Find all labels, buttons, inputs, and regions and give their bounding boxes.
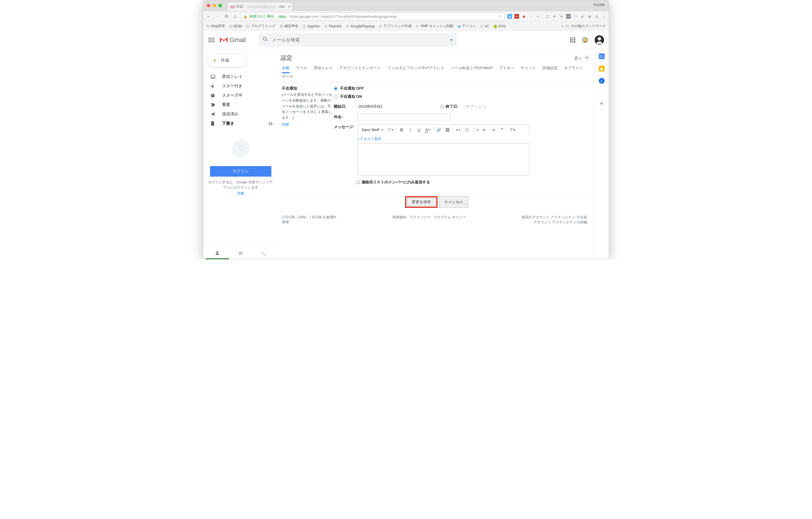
bookmark-item[interactable]: 🗎GooglePlayApp bbox=[346, 24, 375, 28]
omnibox[interactable]: 🔒 保護された通信 | https://mail.google.com/mail… bbox=[241, 12, 504, 20]
settings-tab[interactable]: 全般 bbox=[282, 65, 289, 71]
window-maximize[interactable] bbox=[219, 4, 222, 7]
bookmark-item[interactable]: ◉アイコン bbox=[458, 24, 476, 29]
nav-item[interactable]: ★スター付き bbox=[206, 82, 276, 91]
settings-tab[interactable]: メール転送と POP/IMAP bbox=[451, 65, 493, 71]
plain-text-link[interactable]: « テキスト形式 bbox=[357, 135, 529, 143]
bookmark-item[interactable]: 🗀BGM bbox=[229, 24, 242, 28]
activity-detail-link[interactable]: アカウント アクティビティの詳細 bbox=[534, 220, 587, 224]
settings-tab[interactable]: 詳細設定 bbox=[543, 65, 558, 71]
bullet-list-button[interactable]: ⋮≡ bbox=[472, 126, 480, 134]
nav-item[interactable]: 受信トレイ bbox=[206, 72, 276, 82]
calendar-icon[interactable]: 31 bbox=[599, 54, 605, 59]
hangouts-detail-link[interactable]: 詳細 bbox=[206, 191, 276, 196]
chrome-profile-name[interactable]: Yusuke bbox=[593, 3, 605, 7]
account-avatar[interactable] bbox=[595, 35, 604, 45]
settings-tab[interactable]: 受信トレイ bbox=[314, 65, 333, 71]
numbered-list-button[interactable]: ☷ bbox=[463, 126, 471, 134]
extension-icon[interactable]: ◐ bbox=[580, 14, 585, 19]
search-options-caret[interactable]: ▼ bbox=[450, 38, 453, 42]
window-close[interactable] bbox=[207, 4, 210, 7]
bookmark-item[interactable]: 🗎FlashAir bbox=[324, 24, 342, 28]
nav-item[interactable]: 重要 bbox=[206, 100, 276, 110]
reload-button[interactable]: ⟳ bbox=[223, 14, 230, 19]
search-box[interactable]: ▼ bbox=[259, 33, 457, 47]
extension-icon[interactable]: ▦ bbox=[587, 14, 592, 19]
save-button[interactable]: 変更を保存 bbox=[407, 198, 436, 206]
bookmark-overflow[interactable]: » bbox=[561, 24, 563, 28]
settings-tab[interactable]: アドオン bbox=[499, 65, 514, 71]
extension-icon[interactable]: ⬡ bbox=[573, 14, 578, 19]
extension-icon[interactable]: 〰 bbox=[528, 14, 533, 19]
settings-tab[interactable]: フィルタとブロック中のアドレス bbox=[387, 65, 444, 71]
gear-icon[interactable] bbox=[584, 55, 589, 61]
vacation-on-radio[interactable] bbox=[334, 95, 338, 99]
extension-icon[interactable]: ▣ bbox=[521, 14, 526, 19]
font-size-button[interactable]: тT ▼ bbox=[387, 126, 395, 134]
settings-tab[interactable]: テーマ bbox=[282, 74, 293, 80]
other-bookmarks[interactable]: その他のブックマーク bbox=[571, 24, 606, 29]
compose-button[interactable]: + 作成 bbox=[207, 54, 247, 67]
contacts-only-checkbox[interactable] bbox=[357, 181, 360, 184]
quote-button[interactable]: ❞ bbox=[498, 126, 506, 134]
notifications-icon[interactable]: 🔔 bbox=[582, 37, 588, 43]
bookmark-item[interactable]: 🗎アプリリンク作成 bbox=[379, 24, 411, 29]
indent-less-button[interactable]: ⇤ bbox=[481, 126, 489, 134]
hangouts-phone-tab[interactable] bbox=[252, 248, 276, 259]
nav-item[interactable]: スヌーズ中 bbox=[206, 91, 276, 100]
bookmark-item[interactable]: 🗎AppGen bbox=[302, 24, 320, 28]
vacation-detail-link[interactable]: 詳細 bbox=[282, 122, 289, 127]
settings-tab[interactable]: アカウントとインポート bbox=[339, 65, 381, 71]
link-button[interactable]: 🔗 bbox=[435, 126, 443, 134]
footer-links[interactable]: 利用規約 · プライバシー · プログラム ポリシー bbox=[337, 215, 522, 225]
chrome-menu-icon[interactable]: ⋮ bbox=[601, 13, 606, 20]
input-lang-button[interactable]: あ ▾ bbox=[574, 55, 581, 61]
cancel-button[interactable]: キャンセル bbox=[439, 196, 468, 208]
bookmark-item[interactable]: 🗎AMP キャッシュ削除 bbox=[416, 24, 453, 29]
extension-icon[interactable]: ⟳ bbox=[552, 14, 557, 19]
home-button[interactable]: ⌂ bbox=[232, 14, 238, 19]
add-panel-icon[interactable]: + bbox=[600, 100, 604, 108]
indent-more-button[interactable]: ⇥ bbox=[489, 126, 497, 134]
main-menu-icon[interactable] bbox=[208, 38, 215, 42]
message-textarea[interactable] bbox=[357, 143, 529, 176]
underline-button[interactable]: U bbox=[415, 126, 423, 134]
search-input[interactable] bbox=[272, 37, 446, 42]
extension-icon[interactable]: ■ bbox=[508, 14, 512, 19]
settings-tab[interactable]: チャット bbox=[521, 65, 536, 71]
extension-icon[interactable]: ✦ bbox=[535, 14, 540, 19]
end-date-checkbox[interactable] bbox=[441, 105, 444, 108]
clear-format-button[interactable]: T✕ bbox=[509, 126, 517, 134]
bookmark-item[interactable]: 🗀blog管理 bbox=[206, 24, 225, 29]
vacation-off-radio[interactable] bbox=[334, 87, 338, 91]
storage-manage-link[interactable]: 管理 bbox=[282, 220, 289, 224]
extension-icon[interactable]: ◯ bbox=[545, 14, 550, 19]
subject-input[interactable] bbox=[357, 114, 450, 120]
hangouts-contacts-tab[interactable] bbox=[206, 248, 229, 259]
italic-button[interactable]: I bbox=[406, 126, 414, 134]
extension-icon[interactable]: OFF bbox=[566, 14, 571, 19]
font-family-dropdown[interactable]: Sans Serif▼ bbox=[359, 126, 386, 133]
extension-icon[interactable]: ▤ bbox=[594, 14, 599, 19]
browser-tab[interactable]: 設定 - xxxxxxxxx@xxxxx - Gm × bbox=[227, 2, 293, 11]
bookmark-item[interactable]: ⬤DVG bbox=[493, 24, 506, 28]
nav-item[interactable]: 送信済み bbox=[206, 110, 276, 119]
bold-button[interactable]: B bbox=[398, 126, 406, 134]
hangouts-chat-tab[interactable] bbox=[229, 248, 252, 259]
settings-tab[interactable]: オフライン bbox=[564, 65, 583, 71]
bookmark-item[interactable]: 🗀確定申告 bbox=[280, 24, 298, 29]
text-color-button[interactable]: A ▼ bbox=[424, 126, 432, 134]
apps-grid-icon[interactable] bbox=[570, 37, 575, 42]
tasks-icon[interactable]: ✓ bbox=[599, 78, 605, 84]
keep-icon[interactable]: ◉ bbox=[599, 66, 605, 71]
window-minimize[interactable] bbox=[213, 4, 216, 7]
bookmark-star-icon[interactable]: ☆ bbox=[498, 14, 502, 19]
align-button[interactable]: ≡ ▼ bbox=[454, 126, 462, 134]
bookmark-item[interactable]: 🗀プログラミング bbox=[246, 24, 276, 29]
start-date-value[interactable]: 2018年8月8日 bbox=[357, 103, 383, 110]
gmail-logo[interactable]: Gmail bbox=[219, 36, 245, 44]
forward-button[interactable]: → bbox=[214, 14, 221, 19]
tab-close-icon[interactable]: × bbox=[288, 4, 291, 9]
search-icon[interactable] bbox=[263, 36, 268, 43]
extension-icon[interactable]: ⟳ bbox=[559, 14, 564, 19]
